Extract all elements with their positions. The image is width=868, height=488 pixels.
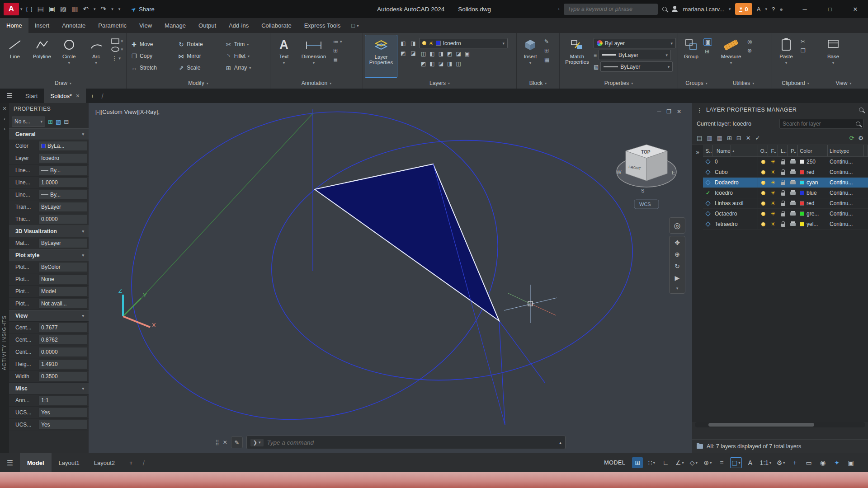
viewcube-east-label[interactable]: E [672,170,675,175]
column-linetype[interactable]: Linetype [828,145,864,156]
column-lock[interactable]: L.. [778,145,788,156]
new-file-button[interactable]: ▢ [26,5,33,13]
layer-filter-icon[interactable] [697,444,703,449]
user-dropdown-icon[interactable]: ▾ [729,7,731,11]
layer-search-box[interactable] [779,119,863,129]
ribbon-tab[interactable]: Output [192,18,222,33]
layer-color-swatch[interactable] [800,211,804,216]
palette-collapse-icon[interactable]: ‹ [4,116,5,122]
layer-on-icon[interactable] [761,202,765,206]
modify-tool-button[interactable]: ⇗ Scale ▾ [175,65,221,71]
dimension-tool-button[interactable]: Dimension ▾ [297,35,331,78]
layer-freeze-icon[interactable]: ☀ [771,200,776,206]
measure-button[interactable]: Measure ▾ [717,35,745,78]
tetrahedron-edge[interactable] [433,164,505,425]
modify-tool-button[interactable]: ↻ Rotate ▾ [175,41,221,48]
property-value-field[interactable]: ByLa... [38,141,87,151]
panel-annotation-label[interactable]: Annotation ▾ [270,78,363,89]
property-value-field[interactable]: 0.8762 [38,335,87,345]
navbar-dropdown-icon[interactable]: ▾ [676,286,679,291]
arc-dropdown-icon[interactable]: ▾ [95,61,97,65]
table-tool-button[interactable]: ⊞ [332,47,344,54]
layer-row[interactable]: ✓ Tetraedro ☀ yel... Continu... [703,219,868,230]
layer-lock-all-icon[interactable]: ◪ [439,61,443,67]
delete-layer-icon[interactable]: ✕ [746,135,751,141]
layer-on-icon[interactable] [761,160,765,164]
layer-row[interactable]: ✓ Icoedro ☀ blue Continu... [703,188,868,198]
circle-dropdown-icon[interactable]: ▾ [68,61,70,65]
zoom-icon[interactable]: ⊕ [675,251,680,258]
modify-tool-button[interactable]: ✚ Move ▾ [128,41,174,48]
layer-row[interactable]: ✓ Octaedro ☀ gre... Continu... [703,209,868,219]
ribbon-tab[interactable]: Insert [28,18,56,33]
wcs-label[interactable]: WCS [639,202,651,207]
property-value-field[interactable]: By... [38,165,87,175]
new-tab-button[interactable]: + [86,89,99,103]
property-value-field[interactable]: 1.0000 [38,178,87,188]
column-plot[interactable]: P.. [788,145,798,156]
property-value-field[interactable]: ByColor [38,262,87,272]
dimension-dropdown-icon[interactable]: ▾ [313,61,315,65]
viewport-controls-label[interactable]: [-][Custom View][X-Ray], [95,108,160,115]
command-grip-icon[interactable]: ⣿ [215,439,219,446]
property-value-field[interactable]: ByLayer [38,238,87,248]
copy-clip-button[interactable]: ❐ [799,47,807,54]
circle-tool-button[interactable]: Circle ▾ [56,35,82,78]
tab-model[interactable]: Model [20,453,52,472]
command-input[interactable] [267,439,556,446]
leader-tool-button[interactable]: ≔▾ [332,38,344,45]
layer-color-swatch[interactable] [800,170,804,174]
palette-expand-icon[interactable]: › [4,126,5,131]
layer-color-swatch[interactable] [800,201,804,206]
layer-states-icon[interactable]: ▦ [717,135,722,141]
layer-linetype[interactable]: Continu... [828,190,864,196]
ribbon-tab[interactable]: Collaborate [255,18,298,33]
redo-dropdown-icon[interactable]: ▾ [111,7,113,11]
snap-mode-icon[interactable]: ∷▾ [646,457,657,468]
property-value-field[interactable]: 0.0000 [38,214,87,224]
customization-icon[interactable]: + [789,457,800,468]
polyline-tool-button[interactable]: Polyline [29,35,55,78]
full-navigation-wheel-icon[interactable]: ◎ [669,217,685,234]
layer-unlock-all-icon[interactable]: ◨ [447,61,452,67]
layer-thaw-all-icon[interactable]: ◧ [429,61,434,67]
new-group-filter-icon[interactable]: ▥ [707,135,712,141]
layer-name[interactable]: Icoedro [713,188,758,198]
linetype-select[interactable]: ByLayer ▾ [600,61,673,72]
annotation-visibility-icon[interactable]: A [745,457,756,468]
insert-block-button[interactable]: Insert ▾ [519,35,542,78]
select-objects-icon[interactable]: ⊟ [64,118,69,125]
layer-name[interactable]: Linhas auxil [713,198,758,208]
palette-menu-icon[interactable]: ⋮ [697,107,703,113]
layer-plot-icon[interactable] [790,202,796,205]
panel-groups-label[interactable]: Groups ▾ [678,78,715,89]
base-view-button[interactable]: Base ▾ [821,35,845,78]
layer-on-icon[interactable] [761,170,765,174]
layer-lock-icon[interactable] [781,203,785,206]
viewcube-west-label[interactable]: W [617,169,622,175]
column-status[interactable]: S.. [703,145,713,156]
activity-insights-tab[interactable]: ACTIVITY INSIGHTS [1,315,7,370]
maximize-button[interactable]: □ [817,0,843,18]
section-header-3d-visualization[interactable]: 3D Visualization ▾ [9,225,89,237]
modify-tool-button[interactable]: ✄ Trim ▾ [223,41,268,48]
new-layer-icon[interactable]: ⊞ [727,135,732,141]
modify-tool-button[interactable]: ↔ Stretch ▾ [128,65,174,71]
help-search-input[interactable] [567,6,654,12]
annotation-more-button[interactable]: ≣ [332,56,344,63]
property-value-field[interactable]: 0.0000 [38,347,87,357]
property-value-field[interactable]: 0.7677 [38,323,87,333]
ribbon-tab[interactable]: Manage [158,18,192,33]
help-icon[interactable]: ? [772,6,775,13]
application-menu-button[interactable]: ☰ [0,89,19,103]
panel-block-label[interactable]: Block ▾ [517,78,559,89]
collapse-search-icon[interactable]: › [558,7,559,11]
open-file-button[interactable]: ▤ [38,5,44,13]
model-viewport[interactable]: Z Y X W S E TOP FRO [89,103,692,453]
sphere-wireframe[interactable] [91,103,643,453]
layer-settings-icon[interactable]: ⚙ [858,135,863,141]
layer-plot-icon[interactable] [790,181,796,184]
autodesk-app-icon[interactable]: A [757,6,761,13]
redo-button[interactable]: ↷ [101,5,107,13]
layer-plot-icon[interactable] [790,160,796,164]
